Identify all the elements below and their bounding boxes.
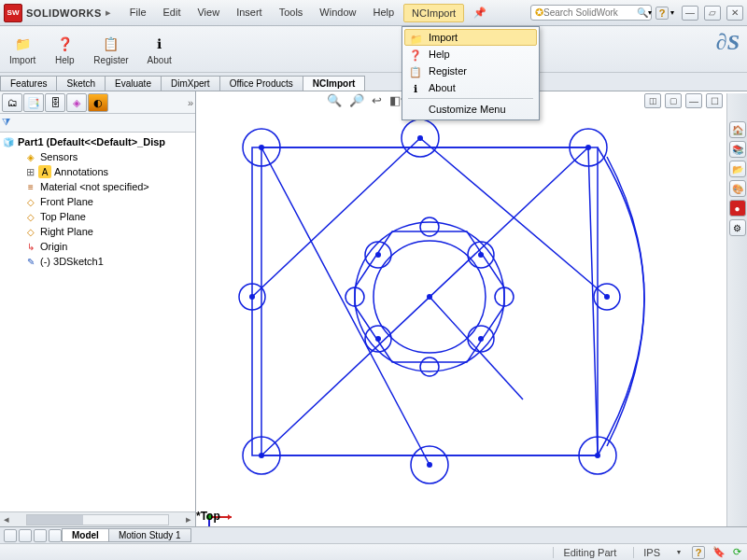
app-title: SOLIDWORKS [26,7,102,19]
motion-play-icon[interactable] [34,529,47,542]
toolbar-import-button[interactable]: 📁Import [6,32,39,67]
status-tag-icon[interactable]: 🔖 [712,546,726,558]
taskpane-custom-icon[interactable]: ⚙ [729,219,746,236]
dropdown-customize[interactable]: Customize Menu [404,101,537,118]
tab-ncimport[interactable]: NCImport [303,76,366,91]
menu-file[interactable]: File [122,4,154,22]
tab-dimxpert[interactable]: DimXpert [161,76,220,91]
tree-material[interactable]: ≡Material <not specified> [0,179,195,194]
motion-next-icon[interactable] [49,529,62,542]
taskpane-palette-icon[interactable]: 🎨 [729,180,746,197]
tab-features[interactable]: Features [0,76,57,91]
search-icon[interactable]: 🔍 [637,7,648,18]
motion-controls [4,529,62,542]
tree-hscrollbar[interactable]: ◂ ▸ [0,511,195,526]
dropdown-separator [408,98,533,99]
menu-insert[interactable]: Insert [229,4,270,22]
status-rebuild-icon[interactable]: ⟳ [733,546,741,558]
dropdown-import[interactable]: 📁Import [404,29,537,46]
status-help-icon[interactable]: ? [692,546,705,559]
display-tab[interactable]: ◐ [88,93,108,112]
menu-view[interactable]: View [190,4,227,22]
search-box[interactable]: ✪ 🔍 ▾ [530,5,652,21]
tree-sensors[interactable]: ◈Sensors [0,149,195,164]
register-icon: 📋 [101,34,121,54]
titlebar-chevron-icon[interactable]: ▸ [106,7,111,19]
dimxpert-tab[interactable]: ◈ [66,93,87,112]
status-bar: Editing Part IPS ▾ ? 🔖 ⟳ [0,543,747,560]
taskpane-explorer-icon[interactable]: 📂 [729,161,746,177]
status-units-dropdown-icon[interactable]: ▾ [677,548,681,556]
tree-front-plane[interactable]: ◇Front Plane [0,194,195,209]
taskpane-library-icon[interactable]: 📚 [729,141,746,158]
zoom-fit-icon[interactable]: 🔍 [327,93,342,107]
help-dropdown-icon[interactable]: ▾ [670,8,674,17]
tree-annotations[interactable]: ⊞AAnnotations [0,164,195,179]
expand-icon[interactable]: ⊞ [24,166,35,178]
tab-evaluate[interactable]: Evaluate [105,76,162,91]
svg-point-21 [585,145,591,150]
svg-point-18 [420,357,439,376]
motion-prev-icon[interactable] [19,529,32,542]
material-icon: ≡ [24,180,37,193]
prev-view-icon[interactable]: ↩ [372,93,382,107]
tree-top-plane[interactable]: ◇Top Plane [0,209,195,224]
menu-bar: File Edit View Insert Tools Window Help … [122,4,494,22]
taskpane-appearance-icon[interactable]: ● [729,200,746,217]
motion-first-icon[interactable] [4,529,17,542]
tree-3dsketch[interactable]: ✎(-) 3DSketch1 [0,254,195,269]
panel-chevron-icon[interactable]: » [188,97,193,108]
config-tab[interactable]: 🗄 [45,93,65,112]
tab-model[interactable]: Model [62,528,109,542]
zoom-area-icon[interactable]: 🔎 [349,93,364,107]
panel-tabs: 🗂 📑 🗄 ◈ ◐ » [0,91,195,114]
minimize-button[interactable] [682,6,698,21]
menu-tools[interactable]: Tools [272,4,311,22]
property-tab[interactable]: 📑 [23,93,44,112]
plane-icon: ◇ [24,210,37,223]
svg-point-23 [427,462,432,468]
toolbar-about-button[interactable]: ℹAbout [144,32,176,67]
scroll-right-icon[interactable]: ▸ [182,513,195,526]
tree-right-plane[interactable]: ◇Right Plane [0,224,195,239]
close-button[interactable] [726,6,743,21]
feature-tree[interactable]: 🧊Part1 (Default<<Default>_Disp ◈Sensors … [0,133,195,511]
ncimport-dropdown: 📁Import ❓Help 📋Register ℹAbout Customize… [402,26,540,120]
menu-ncimport[interactable]: NCImport [403,4,464,22]
dropdown-about[interactable]: ℹAbout [404,79,537,96]
register-icon: 📋 [408,64,423,79]
tab-motion-study[interactable]: Motion Study 1 [108,528,191,542]
taskpane-home-icon[interactable]: 🏠 [729,121,746,138]
work-area: 🗂 📑 🗄 ◈ ◐ » ⧩ 🧊Part1 (Default<<Default>_… [0,91,747,526]
search-input[interactable] [543,7,637,18]
solidworks-logo-icon [4,4,22,22]
help-icon[interactable]: ? [655,7,669,20]
tree-origin[interactable]: ↳Origin [0,239,195,254]
search-dropdown-icon[interactable]: ▾ [648,8,652,17]
tab-sketch[interactable]: Sketch [56,76,106,91]
window-controls [682,6,743,21]
restore-button[interactable] [704,6,721,21]
menu-pin-icon[interactable]: 📌 [466,4,494,22]
menu-help[interactable]: Help [365,4,402,22]
svg-point-29 [478,252,484,258]
svg-point-19 [259,145,264,150]
tree-root[interactable]: 🧊Part1 (Default<<Default>_Disp [0,134,195,149]
toolbar-register-button[interactable]: 📋Register [90,32,132,67]
scroll-left-icon[interactable]: ◂ [0,513,13,526]
dropdown-help[interactable]: ❓Help [404,46,537,63]
status-units[interactable]: IPS [633,547,669,558]
info-icon: ℹ [408,81,423,96]
help-icon: ❓ [54,34,75,54]
funnel-icon[interactable]: ⧩ [2,116,10,127]
graphics-viewport[interactable]: 🔍 🔎 ↩ ◧▾ ⬚▾ ▦▾ 👁▾ 🔴▾ 🖼▾ ◫ ▢ [196,91,747,526]
dropdown-register[interactable]: 📋Register [404,63,537,79]
toolbar-help-button[interactable]: ❓Help [50,32,78,67]
titlebar: SOLIDWORKS ▸ File Edit View Insert Tools… [0,0,747,26]
menu-window[interactable]: Window [312,4,363,22]
menu-edit[interactable]: Edit [156,4,189,22]
feature-tree-tab[interactable]: 🗂 [2,93,22,112]
tab-office-products[interactable]: Office Products [219,76,303,91]
scroll-track[interactable] [26,514,169,525]
view-orientation-label: *Top [196,510,220,523]
